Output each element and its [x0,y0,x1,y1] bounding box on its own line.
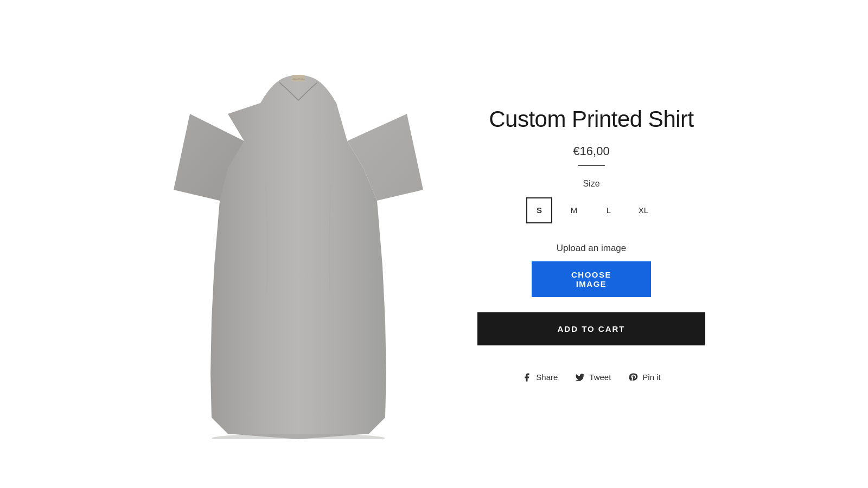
share-twitter[interactable]: Tweet [575,373,611,382]
share-label: Share [536,373,558,382]
product-page: shirtsofCotton Custom Printed Shirt €16,… [0,0,868,488]
choose-image-button[interactable]: CHOOSE IMAGE [532,261,651,297]
product-details: Custom Printed Shirt €16,00 Size S M L X… [477,106,705,382]
pin-label: Pin it [642,373,660,382]
product-price: €16,00 [573,144,609,158]
tweet-label: Tweet [589,373,611,382]
product-title: Custom Printed Shirt [489,106,693,133]
size-btn-m[interactable]: M [561,197,587,223]
size-btn-xl[interactable]: XL [630,197,656,223]
product-image-container: shirtsofCotton [163,33,434,455]
price-divider [578,165,605,166]
size-label: Size [583,179,599,189]
svg-text:shirtsofCotton: shirtsofCotton [292,78,305,80]
share-pinterest[interactable]: Pin it [628,373,660,382]
share-facebook[interactable]: Share [522,373,558,382]
size-options: S M L XL [526,197,656,223]
upload-label: Upload an image [557,243,627,254]
twitter-icon [575,373,585,382]
social-share: Share Tweet Pin it [522,373,660,382]
product-image: shirtsofCotton [174,49,423,439]
svg-point-2 [212,434,385,439]
size-btn-s[interactable]: S [526,197,552,223]
add-to-cart-button[interactable]: ADD TO CART [477,312,705,345]
size-btn-l[interactable]: L [596,197,622,223]
facebook-icon [522,373,532,382]
pinterest-icon [628,373,638,382]
